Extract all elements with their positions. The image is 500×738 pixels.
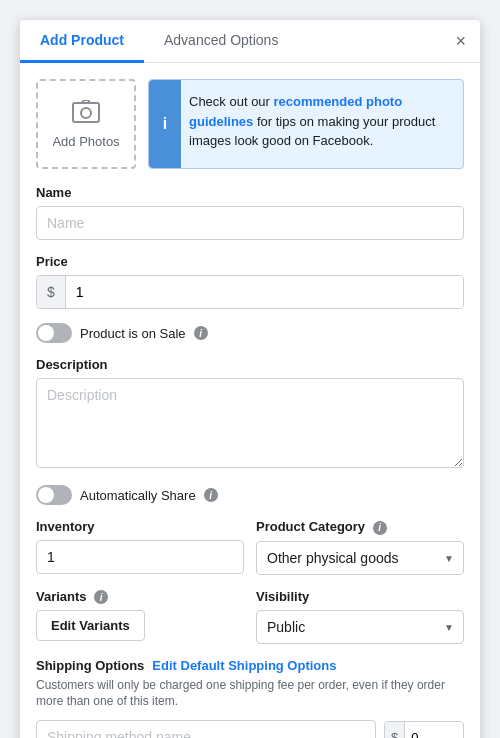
shipping-title: Shipping Options (36, 658, 144, 673)
svg-rect-0 (73, 103, 99, 122)
name-input[interactable] (36, 206, 464, 240)
photo-info-row: Add Photos i Check out our recommended p… (36, 79, 464, 169)
variants-field-group: Variants i Edit Variants (36, 589, 244, 644)
auto-share-info-icon[interactable]: i (204, 488, 218, 502)
visibility-field-group: Visibility Public Private ▼ (256, 589, 464, 644)
close-button[interactable]: × (441, 20, 480, 62)
tab-advanced-options[interactable]: Advanced Options (144, 20, 298, 63)
tab-bar: Add Product Advanced Options × (20, 20, 480, 63)
auto-share-toggle-label: Automatically Share (80, 488, 196, 503)
name-label: Name (36, 185, 464, 200)
category-info-icon[interactable]: i (373, 521, 387, 535)
inventory-input[interactable] (36, 540, 244, 574)
add-photos-label: Add Photos (52, 134, 119, 149)
variants-visibility-row: Variants i Edit Variants Visibility Publ… (36, 589, 464, 644)
add-product-modal: Add Product Advanced Options × Add Photo… (20, 20, 480, 738)
shipping-description: Customers will only be charged one shipp… (36, 677, 464, 711)
product-category-label: Product Category i (256, 519, 464, 535)
tab-add-product[interactable]: Add Product (20, 20, 144, 63)
product-category-field-group: Product Category i Other physical goods … (256, 519, 464, 575)
price-input[interactable] (66, 276, 463, 308)
product-category-label-text: Product Category (256, 519, 365, 534)
sale-toggle-row: Product is on Sale i (36, 323, 464, 343)
description-textarea[interactable] (36, 378, 464, 468)
sale-toggle-knob (38, 325, 54, 341)
auto-share-toggle[interactable] (36, 485, 72, 505)
auto-share-toggle-knob (38, 487, 54, 503)
sale-info-icon[interactable]: i (194, 326, 208, 340)
edit-variants-button[interactable]: Edit Variants (36, 610, 145, 641)
description-label: Description (36, 357, 464, 372)
price-field-group: Price $ (36, 254, 464, 309)
shipping-method-name-input[interactable] (36, 720, 376, 738)
photo-icon (72, 100, 100, 130)
visibility-select-wrapper: Public Private ▼ (256, 610, 464, 644)
visibility-label: Visibility (256, 589, 464, 604)
info-box-icon: i (149, 80, 181, 168)
info-box: i Check out our recommended photo guidel… (148, 79, 464, 169)
modal-body: Add Photos i Check out our recommended p… (20, 63, 480, 738)
price-label: Price (36, 254, 464, 269)
name-field-group: Name (36, 185, 464, 240)
variants-label: Variants i (36, 589, 244, 605)
product-category-select[interactable]: Other physical goods Clothing Electronic… (256, 541, 464, 575)
info-text-before: Check out our (189, 94, 274, 109)
add-photos-box[interactable]: Add Photos (36, 79, 136, 169)
inventory-category-row: Inventory Product Category i Other physi… (36, 519, 464, 575)
variants-label-text: Variants (36, 589, 87, 604)
variants-info-icon[interactable]: i (94, 590, 108, 604)
edit-shipping-link[interactable]: Edit Default Shipping Options (152, 658, 336, 673)
price-input-wrapper: $ (36, 275, 464, 309)
description-field-group: Description (36, 357, 464, 471)
svg-point-1 (81, 108, 91, 118)
shipping-header: Shipping Options Edit Default Shipping O… (36, 658, 464, 673)
inventory-field-group: Inventory (36, 519, 244, 575)
sale-toggle-label: Product is on Sale (80, 326, 186, 341)
auto-share-toggle-row: Automatically Share i (36, 485, 464, 505)
shipping-price-prefix: $ (385, 722, 405, 738)
shipping-price-wrapper: $ (384, 721, 464, 738)
shipping-section: Shipping Options Edit Default Shipping O… (36, 658, 464, 739)
inventory-label: Inventory (36, 519, 244, 534)
shipping-input-row: $ (36, 720, 464, 738)
product-category-select-wrapper: Other physical goods Clothing Electronic… (256, 541, 464, 575)
shipping-price-input[interactable] (405, 722, 445, 738)
visibility-select[interactable]: Public Private (256, 610, 464, 644)
price-prefix: $ (37, 276, 66, 308)
sale-toggle[interactable] (36, 323, 72, 343)
